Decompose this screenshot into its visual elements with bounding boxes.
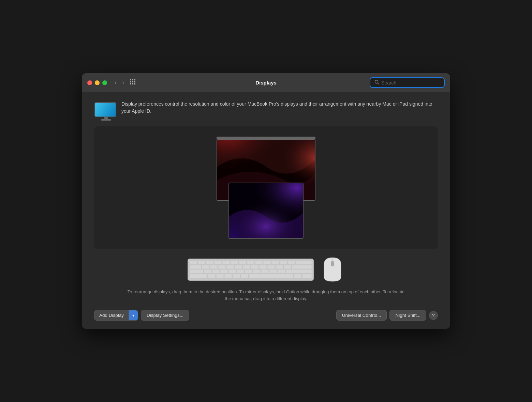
svg-rect-50 (284, 265, 291, 269)
svg-rect-25 (190, 261, 197, 264)
svg-rect-34 (263, 261, 271, 264)
svg-rect-36 (280, 261, 287, 264)
svg-rect-37 (288, 261, 295, 264)
svg-rect-74 (331, 261, 334, 266)
svg-rect-69 (241, 274, 248, 278)
svg-rect-72 (302, 274, 312, 278)
svg-rect-40 (202, 265, 209, 269)
svg-rect-58 (245, 269, 252, 273)
svg-rect-2 (134, 79, 135, 80)
info-banner: Display preferences control the resoluti… (94, 100, 438, 120)
svg-rect-3 (130, 81, 131, 82)
svg-rect-27 (206, 261, 213, 264)
svg-rect-71 (294, 274, 301, 278)
svg-rect-30 (231, 261, 238, 264)
maximize-button[interactable] (102, 80, 107, 85)
svg-rect-45 (243, 265, 250, 269)
help-button[interactable]: ? (429, 311, 438, 320)
svg-rect-62 (278, 269, 285, 273)
svg-rect-66 (216, 274, 224, 278)
window-title: Displays (255, 80, 277, 86)
mouse-illustration (321, 256, 344, 283)
svg-rect-39 (190, 265, 201, 269)
universal-control-button[interactable]: Universal Control... (336, 310, 387, 321)
night-shift-button[interactable]: Night Shift... (389, 310, 426, 321)
svg-rect-70 (249, 274, 293, 278)
traffic-lights (87, 80, 107, 85)
svg-rect-7 (132, 83, 133, 84)
svg-rect-60 (261, 269, 269, 273)
svg-rect-46 (251, 265, 258, 269)
svg-rect-52 (190, 269, 203, 273)
main-window: ‹ › Displays (82, 73, 450, 329)
svg-rect-6 (130, 83, 131, 84)
search-box[interactable] (370, 77, 445, 88)
svg-rect-15 (101, 119, 111, 121)
menubar-indicator (217, 137, 315, 139)
svg-rect-57 (237, 269, 244, 273)
minimize-button[interactable] (95, 80, 100, 85)
keyboard-illustration (188, 259, 314, 281)
svg-rect-28 (214, 261, 222, 264)
svg-rect-5 (134, 81, 135, 82)
svg-rect-61 (269, 269, 277, 273)
add-display-button[interactable]: Add Display (94, 310, 129, 320)
svg-rect-51 (292, 265, 312, 269)
svg-rect-55 (220, 269, 228, 273)
svg-rect-38 (296, 261, 312, 264)
display-bottom-wallpaper (229, 183, 303, 238)
add-display-arrow-button[interactable]: ▾ (129, 310, 138, 320)
bottom-buttons: Add Display ▾ Display Settings... Univer… (94, 310, 438, 321)
svg-rect-42 (218, 265, 226, 269)
svg-rect-67 (224, 274, 232, 278)
svg-rect-12 (95, 103, 116, 117)
svg-rect-44 (235, 265, 242, 269)
instruction-text: To rearrange displays, drag them to the … (126, 289, 406, 302)
peripherals-area (94, 256, 438, 283)
display-bottom[interactable] (228, 183, 304, 239)
arrangement-area[interactable] (94, 126, 438, 249)
svg-rect-31 (239, 261, 246, 264)
svg-rect-65 (208, 274, 216, 278)
add-display-button-group: Add Display ▾ (94, 310, 138, 321)
svg-rect-0 (130, 79, 131, 80)
svg-rect-33 (255, 261, 263, 264)
svg-rect-14 (104, 117, 108, 119)
svg-rect-56 (228, 269, 236, 273)
svg-rect-54 (212, 269, 220, 273)
svg-rect-41 (210, 265, 218, 269)
display-settings-button[interactable]: Display Settings... (141, 310, 189, 321)
back-button[interactable]: ‹ (113, 78, 119, 88)
forward-button[interactable]: › (120, 78, 126, 88)
nav-buttons: ‹ › (113, 78, 126, 88)
svg-rect-47 (259, 265, 267, 269)
svg-rect-68 (233, 274, 240, 278)
svg-rect-64 (190, 274, 207, 278)
svg-line-10 (378, 83, 379, 84)
svg-rect-8 (134, 83, 135, 84)
close-button[interactable] (87, 80, 92, 85)
displays-container (215, 137, 317, 239)
content-area: Display preferences control the resoluti… (82, 92, 450, 329)
svg-rect-43 (226, 265, 234, 269)
svg-rect-53 (204, 269, 211, 273)
grid-button[interactable] (128, 77, 138, 88)
titlebar: ‹ › Displays (82, 73, 450, 92)
svg-rect-4 (132, 81, 133, 82)
svg-rect-26 (198, 261, 205, 264)
svg-rect-59 (253, 269, 261, 273)
svg-rect-49 (276, 265, 283, 269)
grid-icon (130, 79, 136, 85)
svg-rect-1 (132, 79, 133, 80)
svg-rect-48 (267, 265, 275, 269)
search-icon (374, 80, 379, 86)
search-input[interactable] (381, 80, 440, 86)
svg-rect-32 (247, 261, 254, 264)
svg-rect-63 (286, 269, 312, 273)
display-icon (94, 102, 116, 120)
svg-rect-29 (222, 261, 230, 264)
svg-rect-35 (271, 261, 279, 264)
info-description: Display preferences control the resoluti… (121, 100, 438, 115)
